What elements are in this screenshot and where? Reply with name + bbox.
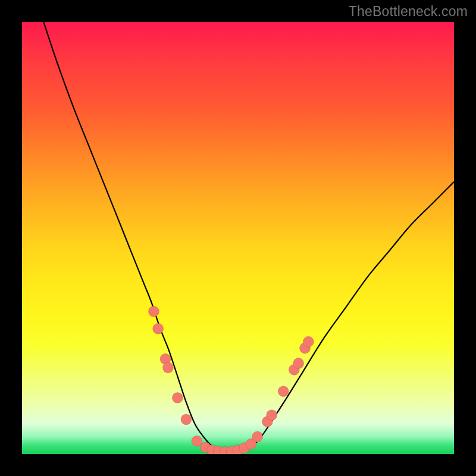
chart-frame: TheBottleneck.com xyxy=(0,0,476,476)
plot-area xyxy=(22,22,454,454)
marker-dot xyxy=(181,414,192,425)
marker-dot xyxy=(267,410,277,421)
marker-dot xyxy=(162,362,173,373)
marker-dot xyxy=(303,336,314,347)
marker-dot xyxy=(252,431,263,442)
chart-svg xyxy=(22,22,454,454)
marker-dot xyxy=(293,358,304,369)
bottleneck-curve xyxy=(43,22,454,452)
watermark-text: TheBottleneck.com xyxy=(349,4,468,20)
marker-dot xyxy=(148,306,159,317)
marker-dot xyxy=(153,323,164,334)
marker-dot xyxy=(278,386,289,397)
marker-dot xyxy=(172,393,183,403)
marker-dots xyxy=(148,306,314,454)
